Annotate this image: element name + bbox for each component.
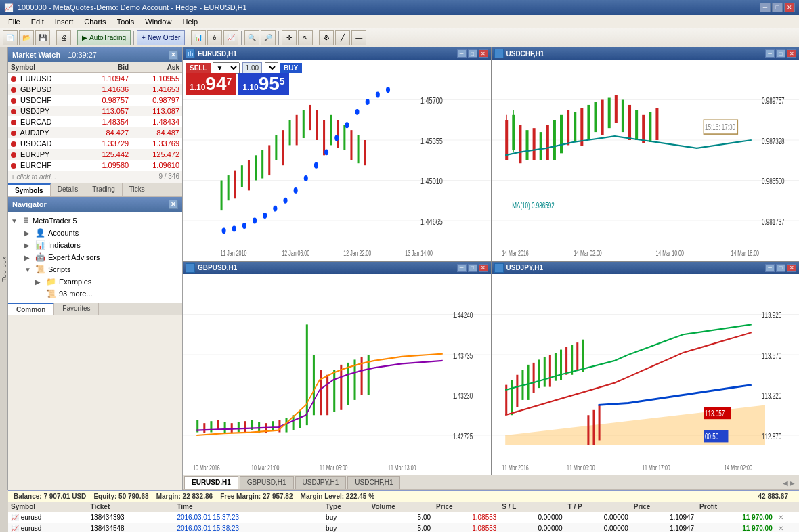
toolbar-new-btn[interactable]: 📄 (3, 30, 18, 45)
tree-item-more[interactable]: 📜 93 more... (11, 288, 179, 300)
tree-item-scripts[interactable]: ▼ 📜 Scripts (11, 263, 179, 275)
toolbar-print-btn[interactable]: 🖨 (56, 30, 71, 45)
maximize-button[interactable]: □ (772, 3, 783, 12)
tab-ticks[interactable]: Ticks (123, 183, 152, 196)
svg-rect-74 (587, 105, 590, 140)
chart-eurusd-maximize[interactable]: □ (468, 49, 477, 58)
toolbar-open-btn[interactable]: 📂 (19, 30, 34, 45)
buy-button[interactable]: BUY (280, 63, 302, 73)
chart-usdchf-maximize[interactable]: □ (776, 49, 785, 58)
menu-insert[interactable]: Insert (49, 16, 79, 27)
svg-text:14 Mar 02:00: 14 Mar 02:00 (724, 464, 752, 472)
market-watch-row[interactable]: USDJPY 113.057 113.087 (8, 106, 182, 116)
new-order-button[interactable]: + New Order (137, 30, 185, 45)
menu-file[interactable]: File (3, 16, 26, 27)
chart-tab-usdjpy[interactable]: USDJPY,H1 (295, 476, 347, 489)
tree-item-examples[interactable]: ▶ 📁 Examples (11, 275, 179, 288)
market-watch-row[interactable]: EURCHF 1.09580 1.09610 (8, 160, 182, 171)
tree-item-indicators[interactable]: ▶ 📊 Indicators (11, 239, 179, 251)
toolbar-zoom-in[interactable]: 🔍 (244, 30, 259, 45)
pos-close-btn[interactable]: ✕ (775, 512, 799, 523)
mw-symbol-name: USDCAD (20, 139, 51, 148)
trade-dropdown[interactable]: ▼ (213, 62, 240, 74)
toolbar-chart-candlestick[interactable]: 🕯 (207, 30, 222, 45)
menu-window[interactable]: Window (139, 16, 177, 27)
toolbar-crosshair[interactable]: ✛ (282, 30, 297, 45)
chart-usdchf-titlebar: USDCHF,H1 ─ □ ✕ (492, 47, 800, 60)
chart-tab-gbpusd[interactable]: GBPUSD,H1 (240, 476, 294, 489)
sell-button[interactable]: SELL (186, 63, 211, 73)
market-watch-row[interactable]: GBPUSD 1.41636 1.41653 (8, 84, 182, 95)
chart-usdchf-minimize[interactable]: ─ (765, 49, 775, 58)
chart-gbpusd-minimize[interactable]: ─ (457, 264, 467, 272)
minimize-button[interactable]: ─ (760, 3, 771, 12)
positions-panel: Balance: 7 907.01 USD Equity: 50 790.68 … (8, 490, 799, 532)
svg-text:13 Jan 14:00: 13 Jan 14:00 (405, 250, 433, 258)
svg-text:1.43230: 1.43230 (453, 391, 473, 400)
tree-item-metatrader5[interactable]: ▼ 🖥 MetaTrader 5 (11, 215, 179, 227)
tab-trading[interactable]: Trading (85, 183, 123, 196)
pos-tp: 0.00000 (565, 512, 631, 523)
toolbar-period-sep[interactable]: ⚙ (319, 30, 334, 45)
svg-rect-108 (244, 421, 246, 433)
chart-gbpusd-body[interactable]: 1.44240 1.43735 1.43230 1.42725 10 Mar 2… (183, 274, 491, 476)
tree-label-examples: Examples (59, 278, 91, 286)
menu-help[interactable]: Help (177, 16, 203, 27)
chart-usdjpy-body[interactable]: 113.057 00:50 113.920 113.570 113.220 11… (492, 274, 800, 476)
toolbar-zoom-out[interactable]: 🔎 (261, 30, 276, 45)
chart-usdjpy-minimize[interactable]: ─ (765, 264, 775, 272)
market-watch-add[interactable]: + click to add... (8, 171, 59, 183)
market-watch-row[interactable]: EURUSD 1.10947 1.10955 (8, 73, 182, 85)
menu-edit[interactable]: Edit (26, 16, 49, 27)
chart-area: EURUSD,H1 ─ □ ✕ SELL ▼ (183, 47, 799, 490)
chart-usdjpy-maximize[interactable]: □ (776, 264, 785, 272)
chart-usdchf-body[interactable]: MA(10) 0.986592 15:16: 17:30 0.989757 0.… (492, 60, 800, 261)
toolbar-cursor[interactable]: ↖ (298, 30, 313, 45)
menu-charts[interactable]: Charts (79, 16, 111, 27)
pos-ticket: 138434548 (88, 523, 175, 533)
toolbar-chart-bar[interactable]: 📊 (191, 30, 206, 45)
mw-symbol-cell: USDCAD (8, 138, 81, 149)
nav-tab-favorites[interactable]: Favorites (54, 303, 99, 315)
pos-close-btn[interactable]: ✕ (775, 523, 799, 533)
close-window-button[interactable]: ✕ (784, 3, 795, 12)
market-watch-row[interactable]: AUDJPY 84.427 84.487 (8, 127, 182, 138)
toolbox-side[interactable]: Toolbox (0, 47, 8, 490)
lot-dropdown[interactable]: ▲ (265, 62, 278, 74)
mw-symbol-cell: EURCHF (8, 160, 81, 171)
svg-rect-18 (289, 120, 291, 145)
toolbar-save-btn[interactable]: 💾 (35, 30, 50, 45)
menu-bar: File Edit Insert Charts Tools Window Hel… (0, 15, 799, 28)
autotrading-button[interactable]: ▶ AutoTrading (77, 30, 131, 45)
tab-details[interactable]: Details (51, 183, 86, 196)
chart-scroll-left[interactable]: ◀ (783, 479, 788, 487)
chart-usdchf-title: USDCHF,H1 (506, 50, 544, 58)
navigator-close-button[interactable]: ✕ (169, 200, 178, 209)
nav-tab-common[interactable]: Common (8, 303, 54, 315)
pos-col-type: Type (323, 502, 368, 512)
chart-eurusd-close[interactable]: ✕ (479, 49, 488, 58)
titlebar-left: 📈 1000000 - MetaQuotes-Demo: Demo Accoun… (4, 3, 247, 12)
chart-tab-eurusd[interactable]: EURUSD,H1 (184, 476, 238, 489)
toolbar-hline[interactable]: — (351, 30, 366, 45)
market-watch-row[interactable]: EURJPY 125.442 125.472 (8, 149, 182, 160)
chart-tab-usdchf[interactable]: USDCHF,H1 (347, 476, 400, 489)
sell-price-sup: 7 (227, 76, 232, 87)
market-watch-close-button[interactable]: ✕ (169, 50, 178, 60)
tree-item-experts[interactable]: ▶ 🤖 Expert Advisors (11, 251, 179, 263)
toolbar-chart-line[interactable]: 📈 (223, 30, 238, 45)
tree-item-accounts[interactable]: ▶ 👤 Accounts (11, 227, 179, 239)
market-watch-row[interactable]: USDCAD 1.33729 1.33769 (8, 138, 182, 149)
chart-eurusd-body[interactable]: SELL ▼ 1.00 ▲ BUY (183, 60, 491, 261)
market-watch-row[interactable]: USDCHF 0.98757 0.98797 (8, 95, 182, 106)
toolbar-trendline[interactable]: ╱ (335, 30, 350, 45)
menu-tools[interactable]: Tools (112, 16, 140, 27)
chart-gbpusd-maximize[interactable]: □ (468, 264, 477, 272)
chart-usdjpy-close[interactable]: ✕ (787, 264, 796, 272)
tab-symbols[interactable]: Symbols (8, 183, 51, 196)
chart-usdchf-close[interactable]: ✕ (787, 49, 796, 58)
chart-scroll-right[interactable]: ▶ (790, 479, 795, 487)
market-watch-row[interactable]: EURCAD 1.48354 1.48434 (8, 116, 182, 127)
chart-gbpusd-close[interactable]: ✕ (479, 264, 488, 272)
chart-eurusd-minimize[interactable]: ─ (457, 49, 467, 58)
